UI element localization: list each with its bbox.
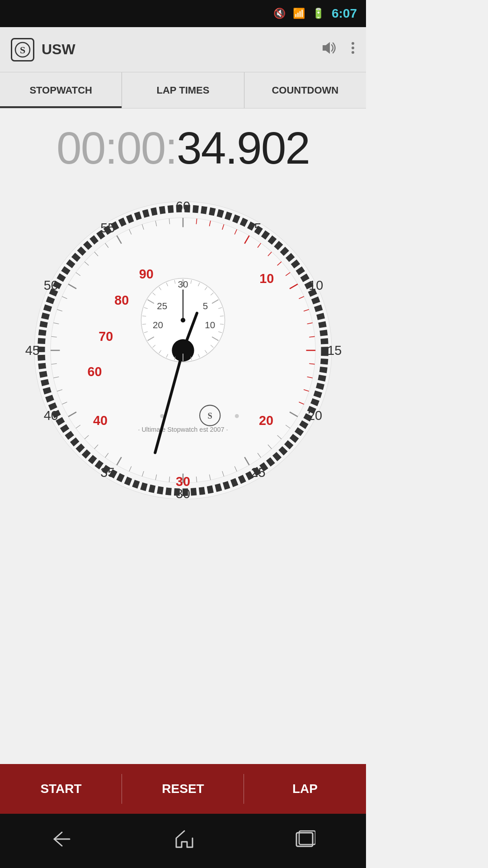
lap-button[interactable]: LAP: [244, 764, 366, 814]
svg-marker-2: [323, 42, 330, 54]
svg-text:25: 25: [251, 465, 266, 480]
battery-icon: 🔋: [312, 8, 324, 19]
svg-text:40: 40: [93, 413, 108, 428]
main-content: 00:00:34.902 60 5 10 15 2: [0, 108, 366, 522]
wifi-icon: 📶: [293, 8, 305, 19]
svg-text:60: 60: [176, 199, 190, 213]
app-title: USW: [42, 41, 321, 58]
menu-icon[interactable]: [351, 41, 355, 58]
svg-text:25: 25: [157, 301, 167, 311]
svg-text:20: 20: [259, 413, 273, 428]
app-bar: S USW: [0, 27, 366, 72]
svg-text:70: 70: [99, 329, 113, 344]
status-time: 6:07: [332, 6, 357, 21]
svg-point-5: [352, 51, 354, 54]
svg-text:S: S: [208, 411, 212, 420]
svg-text:5: 5: [254, 221, 262, 235]
start-button[interactable]: START: [0, 764, 122, 814]
timer-display: 00:00:34.902: [0, 108, 366, 179]
home-button[interactable]: [174, 829, 194, 853]
watch-face: 60 5 10 15 20 25 30 35 40 45 50 55 1: [20, 188, 346, 513]
controls-bar: START RESET LAP: [0, 764, 366, 814]
tab-stopwatch[interactable]: STOPWATCH: [0, 72, 122, 108]
timer-faded: 00:00:: [56, 123, 177, 173]
svg-text:10: 10: [205, 320, 215, 330]
back-button[interactable]: [51, 830, 73, 852]
svg-text:5: 5: [203, 301, 208, 311]
svg-text:40: 40: [44, 408, 58, 423]
reset-button[interactable]: RESET: [122, 764, 244, 814]
svg-text:60: 60: [88, 364, 102, 379]
svg-point-4: [352, 47, 354, 49]
svg-text:S: S: [20, 44, 25, 56]
sound-icon[interactable]: [321, 41, 337, 58]
svg-text:90: 90: [139, 267, 154, 281]
tab-bar: STOPWATCH LAP TIMES COUNTDOWN: [0, 72, 366, 108]
tab-lap-times[interactable]: LAP TIMES: [122, 72, 244, 108]
svg-text:80: 80: [114, 293, 129, 307]
svg-point-37: [181, 318, 185, 322]
svg-text:15: 15: [327, 343, 342, 358]
svg-text:20: 20: [153, 320, 163, 330]
svg-point-3: [352, 42, 354, 45]
status-bar: 🔇 📶 🔋 6:07: [0, 0, 366, 27]
svg-text:45: 45: [25, 343, 40, 358]
svg-text:20: 20: [308, 408, 322, 423]
svg-text:55: 55: [100, 221, 115, 235]
svg-text:· Ultimate Stopwatch est 2007 : · Ultimate Stopwatch est 2007 ·: [138, 426, 228, 433]
svg-text:50: 50: [44, 278, 58, 292]
app-logo: S: [11, 38, 34, 61]
svg-text:10: 10: [259, 271, 274, 286]
timer-main: 34.902: [177, 123, 310, 173]
recents-button[interactable]: [296, 830, 315, 852]
mute-icon: 🔇: [273, 8, 286, 19]
timer-text: 00:00:34.902: [56, 123, 310, 173]
nav-bar: [0, 814, 366, 868]
svg-text:35: 35: [100, 465, 115, 480]
svg-text:10: 10: [309, 278, 323, 292]
tab-countdown[interactable]: COUNTDOWN: [244, 72, 366, 108]
svg-text:●: ●: [234, 410, 239, 420]
